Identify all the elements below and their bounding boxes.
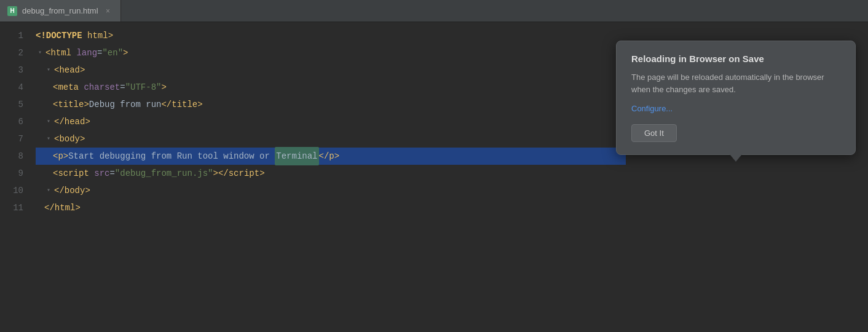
fold-icon-2[interactable]: ▾ — [36, 49, 44, 57]
editor-area: 1 2 3 4 5 6 7 8 9 10 11 <!DOCTYPE html> … — [0, 22, 868, 332]
tab-close-button[interactable]: × — [103, 6, 113, 16]
code-line-11: </html> — [36, 199, 868, 216]
fold-icon-7[interactable]: ▾ — [44, 135, 53, 143]
tooltip-title: Reloading in Browser on Save — [631, 53, 840, 64]
code-line-9: <script src="debug_from_run.js" ></scrip… — [36, 165, 868, 182]
tooltip-body: The page will be reloaded automatically … — [631, 71, 840, 95]
tab-bar: H debug_from_run.html × — [0, 0, 868, 22]
configure-link[interactable]: Configure... — [631, 104, 840, 113]
tooltip-popup: Reloading in Browser on Save The page wi… — [616, 41, 856, 155]
fold-icon-6[interactable]: ▾ — [44, 117, 53, 126]
doctype-html: html> — [87, 27, 113, 44]
fold-icon-3[interactable]: ▾ — [44, 66, 53, 74]
line-numbers: 1 2 3 4 5 6 7 8 9 10 11 — [0, 22, 31, 332]
fold-icon-10[interactable]: ▾ — [44, 186, 53, 195]
tab-filename: debug_from_run.html — [22, 6, 98, 15]
code-line-10: ▾ </body> — [36, 182, 868, 199]
code-line-8: <p> Start debugging from Run tool window… — [36, 148, 626, 165]
html-file-icon: H — [7, 6, 17, 16]
tab-debug-from-run[interactable]: H debug_from_run.html × — [0, 0, 121, 22]
got-it-button[interactable]: Got It — [631, 124, 677, 142]
doctype-keyword: <!DOCTYPE — [36, 27, 82, 44]
